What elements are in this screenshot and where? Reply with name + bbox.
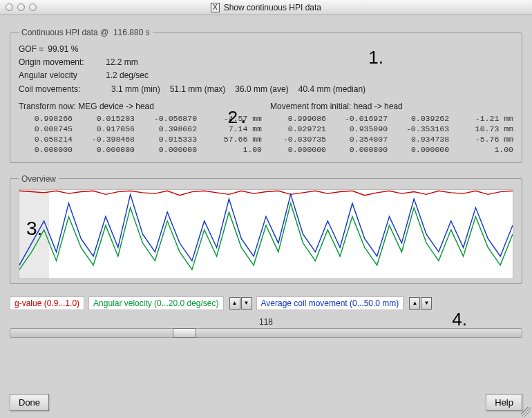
overview-legend: Overview (19, 174, 59, 184)
time-slider-label: 118 (259, 317, 273, 327)
matrix-cell: 0.008745 (19, 124, 73, 133)
matrix-left-title: Transform now: MEG device -> head (19, 102, 262, 111)
matrix-cell: 0.039262 (393, 114, 449, 123)
angvel-label: Angular velocity (19, 69, 102, 82)
matrix-cell: 0.015203 (78, 114, 135, 123)
matrix-cell: 0.354007 (332, 135, 388, 144)
legend-angvel: Angular velocity (0...20.0 deg/sec) (88, 296, 223, 310)
window-root: X Show continuous HPI data Continuous HP… (0, 0, 532, 418)
matrix-cell: -0.030735 (270, 135, 326, 144)
matrix-cell: 0.398662 (140, 124, 197, 133)
zoom-icon[interactable] (29, 3, 37, 11)
gof-label: GOF = (19, 43, 44, 56)
matrix-cell: 0.000000 (393, 145, 449, 154)
matrix-cell: 57.66 mm (202, 135, 262, 144)
legend-row: g-value (0.9...1.0) Angular velocity (0.… (10, 296, 522, 310)
series-line (19, 191, 513, 195)
x11-icon: X (211, 3, 220, 12)
legend-gvalue: g-value (0.9...1.0) (10, 296, 84, 310)
titlebar: X Show continuous HPI data (0, 0, 532, 15)
angvel-spinner-up[interactable]: ▲ (229, 297, 240, 310)
matrix-right: Movement from initial: head -> head 0.99… (270, 102, 513, 154)
coil-spinner-down[interactable]: ▼ (421, 297, 432, 310)
matrix-cell: 0.915333 (140, 135, 197, 144)
hpi-summary: GOF = 99.91 % Origin movement: 12.2 mm A… (19, 43, 513, 96)
matrix-cell: 0.058214 (19, 135, 73, 144)
matrix-cell: 0.934738 (393, 135, 449, 144)
matrix-right-grid: 0.999086-0.0169270.039262-1.21 mm0.02972… (270, 114, 513, 154)
matrix-left-grid: 0.9982660.015203-0.056870-4.57 mm0.00874… (19, 114, 262, 154)
coil-med: 40.4 mm (median) (298, 83, 365, 96)
window-title: X Show continuous HPI data (211, 3, 321, 12)
series-line (19, 203, 513, 269)
overview-group: Overview 3. (10, 174, 522, 284)
overview-svg (19, 190, 513, 278)
matrix-cell: 0.935090 (332, 124, 388, 133)
matrix-cell: 0.029721 (270, 124, 326, 133)
matrix-cell: 0.000000 (78, 145, 135, 154)
hpi-data-legend: Continuous HPI data @ 116.880 s (19, 28, 153, 37)
matrix-cell: 0.000000 (140, 145, 197, 154)
matrix-cell: -4.57 mm (202, 114, 262, 123)
done-button[interactable]: Done (10, 394, 49, 411)
matrix-cell: 10.73 mm (455, 124, 513, 133)
matrix-cell: -0.016927 (332, 114, 388, 123)
matrix-cell: 0.000000 (332, 145, 388, 154)
origin-value: 12.2 mm (106, 56, 138, 69)
matrix-cell: 0.999086 (270, 114, 326, 123)
matrix-cell: -0.398468 (78, 135, 135, 144)
matrix-cell: 0.000000 (19, 145, 73, 154)
coil-spinner[interactable]: ▲ ▼ (409, 297, 432, 310)
matrix-cell: 0.998266 (19, 114, 73, 123)
traffic-lights (6, 3, 37, 11)
coil-spinner-up[interactable]: ▲ (409, 297, 420, 310)
coil-ave: 36.0 mm (ave) (235, 83, 288, 96)
transform-matrices: 2. Transform now: MEG device -> head 0.9… (19, 102, 513, 154)
close-icon[interactable] (6, 3, 13, 11)
angvel-spinner[interactable]: ▲ ▼ (229, 297, 252, 310)
hpi-data-group: Continuous HPI data @ 116.880 s 1. GOF =… (10, 28, 522, 163)
angvel-value: 1.2 deg/sec (106, 69, 149, 82)
dialog-button-row: Done Help (10, 394, 522, 411)
overview-plot[interactable]: 3. (19, 189, 513, 279)
matrix-cell: -0.353163 (393, 124, 449, 133)
coil-label: Coil movements: (19, 83, 102, 96)
matrix-cell: 0.000000 (270, 145, 326, 154)
matrix-cell: -5.76 mm (455, 135, 513, 144)
origin-label: Origin movement: (19, 56, 102, 69)
coil-min: 3.1 mm (min) (111, 83, 160, 96)
series-line (19, 194, 513, 265)
coil-max: 51.1 mm (max) (170, 83, 226, 96)
legend-coil: Average coil movement (0...50.0 mm) (256, 296, 404, 310)
matrix-cell: 1.00 (202, 145, 262, 154)
angvel-spinner-down[interactable]: ▼ (241, 297, 252, 310)
window-title-text: Show continuous HPI data (224, 3, 321, 12)
minimize-icon[interactable] (17, 3, 25, 11)
content-area: Continuous HPI data @ 116.880 s 1. GOF =… (0, 15, 532, 418)
matrix-right-title: Movement from initial: head -> head (270, 102, 513, 111)
matrix-left: Transform now: MEG device -> head 0.9982… (19, 102, 262, 154)
matrix-cell: -0.056870 (140, 114, 197, 123)
help-button[interactable]: Help (486, 394, 522, 411)
time-slider[interactable] (10, 328, 522, 338)
matrix-cell: 0.917056 (78, 124, 135, 133)
matrix-cell: 1.00 (455, 145, 513, 154)
gof-value: 99.91 % (48, 43, 78, 56)
resize-grip-icon[interactable] (521, 407, 531, 417)
matrix-cell: 7.14 mm (202, 124, 262, 133)
time-slider-row: 118 (10, 317, 522, 339)
matrix-cell: -1.21 mm (455, 114, 513, 123)
